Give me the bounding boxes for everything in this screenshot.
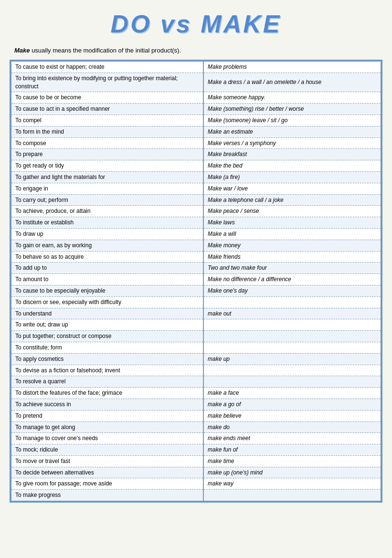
definition-cell: To cause to be or become [11,92,203,104]
table-row: To cause to act in a specified mannerMak… [11,104,381,115]
example-cell [203,490,381,501]
table-row: To understandmake out [11,308,381,319]
definition-cell: To compel [11,115,203,126]
table-row: To distort the features of the face; gri… [11,388,381,399]
table-row: To give room for passage; move asidemake… [11,478,381,490]
definition-cell: To prepare [11,149,203,160]
example-cell: Make a dress / a wall / an omelette / a … [203,73,381,92]
definition-cell: To gather and light the materials for [11,171,203,183]
definition-cell: To make progress [11,490,203,501]
example-cell: make a face [203,388,381,399]
definition-cell: To put together; construct or compose [11,331,203,342]
example-cell: Make verses / a symphony [203,137,381,149]
table-row: To behave so as to acquireMake friends [11,251,381,263]
table-row: To make progress [11,490,381,501]
table-row: To engage inMake war / love [11,183,381,194]
definition-cell: To add up to [11,263,203,274]
table-row: To amount toMake no difference / a diffe… [11,274,381,285]
example-cell: make believe [203,410,381,421]
do-make-table: To cause to exist or happen; createMake … [11,61,381,502]
subtitle-rest: usually means the modification of the in… [30,47,181,54]
example-cell: Make laws [203,217,381,229]
definition-cell: To get ready or tidy [11,160,203,172]
definition-cell: To institute or establish [11,217,203,229]
example-cell: Make the bed [203,160,381,172]
definition-cell: To engage in [11,183,203,194]
example-cell [203,319,381,331]
example-cell: Make problems [203,61,381,73]
example-cell: make out [203,308,381,319]
definition-cell: To cause to be especially enjoyable [11,285,203,296]
table-row: To write out; draw up [11,319,381,331]
table-row: To bring into existence by modifying or … [11,73,381,92]
table-row: To institute or establishMake laws [11,217,381,229]
table-row: To cause to be especially enjoyableMake … [11,285,381,296]
example-cell: make do [203,421,381,433]
table-row: To pretendmake believe [11,410,381,421]
definition-cell: To understand [11,308,203,319]
definition-cell: To distort the features of the face; gri… [11,388,203,399]
example-cell [203,331,381,342]
example-cell [203,342,381,353]
table-row: To devise as a fiction or falsehood; inv… [11,365,381,376]
example-cell: Make peace / sense [203,206,381,217]
table-row: To manage to get alongmake do [11,421,381,433]
definition-cell: To resolve a quarrel [11,376,203,388]
table-row: To get ready or tidyMake the bed [11,160,381,172]
example-cell: Make one's day [203,285,381,296]
table-row: To composeMake verses / a symphony [11,137,381,149]
table-row: To gather and light the materials forMak… [11,171,381,183]
table-row: To achieve, produce, or attainMake peace… [11,206,381,217]
example-cell: Make breakfast [203,149,381,160]
table-row: To resolve a quarrel [11,376,381,388]
table-row: To move or travel fastmake time [11,455,381,467]
table-row: To put together; construct or compose [11,331,381,342]
definition-cell: To gain or earn, as by working [11,240,203,251]
example-cell: Make a telephone call / a joke [203,194,381,206]
table-row: To carry out; performMake a telephone ca… [11,194,381,206]
subtitle-keyword: Make [14,47,30,54]
table-row: To compelMake (someone) leave / sit / go [11,115,381,126]
example-cell: Make money [203,240,381,251]
example-cell: Make an estimate [203,126,381,137]
table-row: To draw upMake a will [11,228,381,240]
example-cell: Make (a fire) [203,171,381,183]
example-cell: make a go of [203,399,381,410]
table-row: To achieve success inmake a go of [11,399,381,410]
table-row: To prepareMake breakfast [11,149,381,160]
example-cell: Make (someone) leave / sit / go [203,115,381,126]
definition-cell: To achieve success in [11,399,203,410]
example-cell: Make friends [203,251,381,263]
definition-cell: To cause to exist or happen; create [11,61,203,73]
definition-cell: To behave so as to acquire [11,251,203,263]
definition-cell: To constitute; form [11,342,203,353]
example-cell: make up [203,353,381,365]
definition-cell: To decide between alternatives [11,467,203,478]
definition-cell: To bring into existence by modifying or … [11,73,203,92]
definition-cell: To form in the mind [11,126,203,137]
definition-cell: To manage to cover one's needs [11,433,203,444]
definition-cell: To move or travel fast [11,455,203,467]
table-row: To apply cosmeticsmake up [11,353,381,365]
table-row: To mock; ridiculemake fun of [11,444,381,456]
definition-cell: To compose [11,137,203,149]
example-cell: make ends meet [203,433,381,444]
table-row: To cause to exist or happen; createMake … [11,61,381,73]
definition-cell: To discern or see, especially with diffi… [11,296,203,308]
example-cell: Two and two make four [203,263,381,274]
definition-cell: To manage to get along [11,421,203,433]
table-row: To discern or see, especially with diffi… [11,296,381,308]
definition-cell: To carry out; perform [11,194,203,206]
subtitle: Make usually means the modification of t… [10,47,382,54]
example-cell: Make someone happy. [203,92,381,104]
example-cell: make fun of [203,444,381,456]
example-cell: make up (one's) mind [203,467,381,478]
definition-cell: To achieve, produce, or attain [11,206,203,217]
definition-cell: To draw up [11,228,203,240]
example-cell: Make war / love [203,183,381,194]
definition-cell: To cause to act in a specified manner [11,104,203,115]
example-cell: Make no difference / a difference [203,274,381,285]
definition-cell: To mock; ridicule [11,444,203,456]
example-cell: make time [203,455,381,467]
table-row: To constitute; form [11,342,381,353]
